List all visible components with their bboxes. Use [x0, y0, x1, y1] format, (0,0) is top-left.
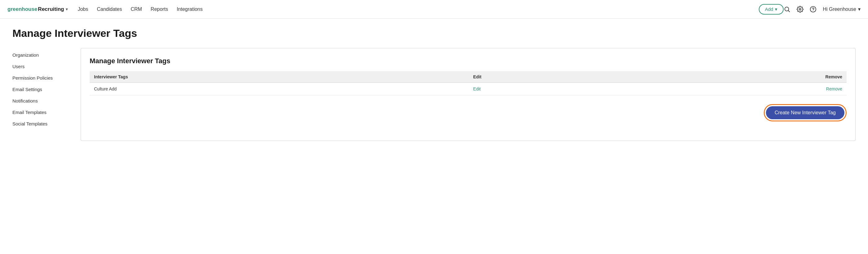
tag-name-cell: Culture Add — [90, 83, 469, 96]
add-button[interactable]: Add ▾ — [759, 4, 784, 14]
tags-table: Interviewer Tags Edit Remove Culture Add… — [90, 71, 846, 96]
logo[interactable]: greenhouse Recruiting ▾ — [7, 6, 68, 12]
main-layout: Organization Users Permission Policies E… — [12, 48, 856, 141]
page-title: Manage Interviewer Tags — [12, 27, 856, 39]
user-greeting: Hi Greenhouse — [823, 6, 856, 12]
remove-cell: Remove — [619, 83, 846, 96]
nav-link-crm[interactable]: CRM — [131, 6, 142, 12]
table-row: Culture Add Edit Remove — [90, 83, 846, 96]
help-button[interactable] — [810, 6, 816, 13]
sidebar-item-users[interactable]: Users — [12, 61, 81, 72]
nav-right: Hi Greenhouse ▾ — [784, 6, 861, 13]
sidebar-item-email-templates[interactable]: Email Templates — [12, 107, 81, 118]
content-panel: Manage Interviewer Tags Interviewer Tags… — [81, 48, 856, 141]
user-dropdown-icon: ▾ — [858, 6, 861, 12]
page-container: Manage Interviewer Tags Organization Use… — [0, 19, 868, 150]
sidebar: Organization Users Permission Policies E… — [12, 48, 81, 141]
create-new-tag-button[interactable]: Create New Interviewer Tag — [766, 106, 844, 119]
svg-point-2 — [800, 8, 801, 10]
gear-icon — [797, 6, 804, 13]
col-header-tags: Interviewer Tags — [90, 71, 469, 83]
search-icon — [784, 6, 790, 13]
user-menu[interactable]: Hi Greenhouse ▾ — [823, 6, 861, 12]
sidebar-item-organization[interactable]: Organization — [12, 49, 81, 61]
sidebar-item-social-templates[interactable]: Social Templates — [12, 118, 81, 130]
nav-links: Jobs Candidates CRM Reports Integrations — [78, 6, 758, 12]
sidebar-item-email-settings[interactable]: Email Settings — [12, 84, 81, 95]
table-header-row: Interviewer Tags Edit Remove — [90, 71, 846, 83]
logo-green-text: greenhouse — [7, 6, 37, 12]
col-header-remove: Remove — [619, 71, 846, 83]
edit-cell: Edit — [469, 83, 619, 96]
add-dropdown-icon: ▾ — [775, 6, 777, 12]
sidebar-item-permission-policies[interactable]: Permission Policies — [12, 72, 81, 84]
nav-link-reports[interactable]: Reports — [151, 6, 168, 12]
nav-link-candidates[interactable]: Candidates — [97, 6, 122, 12]
navbar: greenhouse Recruiting ▾ Jobs Candidates … — [0, 0, 868, 19]
svg-point-0 — [785, 7, 789, 11]
svg-line-1 — [788, 10, 790, 12]
nav-link-jobs[interactable]: Jobs — [78, 6, 88, 12]
help-icon — [810, 6, 816, 13]
edit-link[interactable]: Edit — [473, 86, 480, 92]
create-button-row: Create New Interviewer Tag — [90, 104, 846, 121]
nav-link-integrations[interactable]: Integrations — [177, 6, 203, 12]
logo-dropdown-icon: ▾ — [66, 7, 68, 11]
remove-link[interactable]: Remove — [826, 86, 842, 92]
create-button-highlight: Create New Interviewer Tag — [764, 104, 846, 121]
settings-button[interactable] — [797, 6, 804, 13]
logo-dark-text: Recruiting — [38, 6, 64, 12]
add-button-label: Add — [765, 6, 773, 12]
search-button[interactable] — [784, 6, 790, 13]
col-header-edit: Edit — [469, 71, 619, 83]
content-title: Manage Interviewer Tags — [90, 57, 846, 65]
sidebar-item-notifications[interactable]: Notifications — [12, 95, 81, 107]
